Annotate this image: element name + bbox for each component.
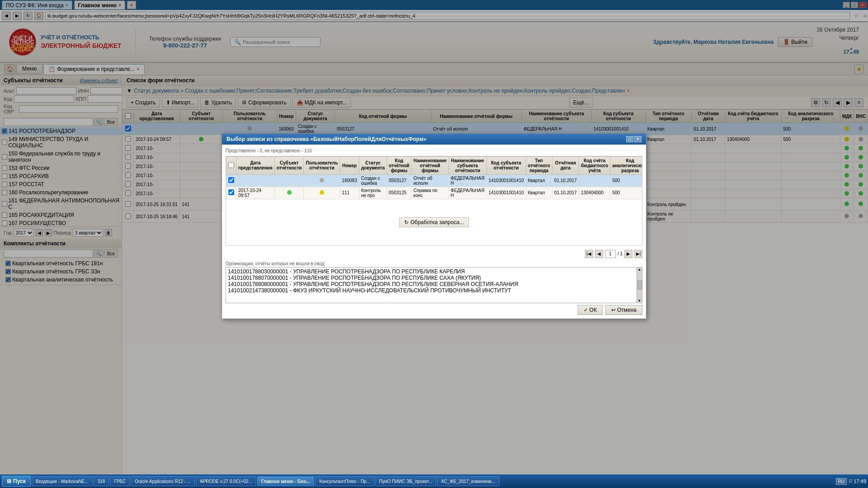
modal-next-page-btn[interactable]: ▶ <box>624 250 632 258</box>
modal-table-row[interactable]: 160083 Создан с ошибка 0503127 Отчёт об … <box>226 174 643 187</box>
scroll-thumb[interactable] <box>637 281 642 290</box>
modal-select-all[interactable] <box>228 162 234 168</box>
modal-subject-dot <box>287 190 292 195</box>
modal-page-input[interactable] <box>605 250 616 258</box>
modal-col-form-code: Код отчётной формы <box>387 156 411 174</box>
modal-col-account: Код счёта бюджетного учёта <box>579 156 610 174</box>
modal-col-date: Дата представления <box>236 156 275 174</box>
modal-col-user: Пользователь отчётности <box>304 156 340 174</box>
taskbar-item-5[interactable]: Главное меню - Goo... <box>257 476 314 486</box>
modal-last-page-btn[interactable]: ▶| <box>634 250 642 258</box>
modal-col-subject: Субъект отчётности <box>274 156 304 174</box>
language-button[interactable]: RU <box>836 478 847 485</box>
processing-icon: ↻ <box>404 219 409 225</box>
modal-prev-page-btn[interactable]: ◀ <box>595 250 603 258</box>
ok-icon: ✓ <box>584 307 588 313</box>
taskbar-clock: 17:49 <box>854 479 866 484</box>
org-list-item: 14101002147380000001 - ФКУЗ ИРКУТСКИЙ НА… <box>228 287 640 294</box>
modal-close-btn[interactable]: × <box>634 136 642 142</box>
cancel-icon: ↩ <box>611 307 616 313</box>
taskbar-item-6[interactable]: КонсультантПлюс - Пр... <box>315 476 374 486</box>
modal-title: Выбор записи из справочника «БазовыйНабо… <box>226 136 426 142</box>
taskbar-item-4[interactable]: APRODE v.27.0.0С(+02... <box>196 476 256 486</box>
modal-row-checkbox[interactable] <box>228 177 234 183</box>
org-scrollbar[interactable]: ▲ ▼ <box>637 267 642 303</box>
scroll-up-btn[interactable]: ▲ <box>638 267 642 272</box>
taskbar-item-2[interactable]: ГРБС <box>110 476 130 486</box>
modal-overlay: Выбор записи из справочника «БазовыйНабо… <box>0 0 868 488</box>
modal-table-row[interactable]: 2017-10-24 09:57 111 Контроль не про 050… <box>226 187 643 199</box>
modal-user-dot <box>320 178 324 183</box>
modal-col-form-name: Наименование отчётной формы <box>411 156 448 174</box>
processing-button[interactable]: ↻ Обработка запроса... <box>399 217 469 227</box>
org-list-item: 14101001788030000001 - УПРАВЛЕНИЕ РОСПОТ… <box>228 268 640 275</box>
modal-user-dot <box>320 190 324 195</box>
modal-page-of-label: / 1 <box>618 251 623 256</box>
modal-col-subject-code: Код субъекта отчётности <box>486 156 526 174</box>
org-list-label: Организации, отчёты которых не вошли в с… <box>226 261 642 266</box>
taskbar-item-7[interactable]: ПуиО ПИИС ЭБ_проект... <box>375 476 437 486</box>
org-list-item: 14101001788080000001 - УПРАВЛЕНИЕ РОСПОТ… <box>228 281 640 287</box>
modal-maximize-btn[interactable]: □ <box>626 136 633 142</box>
modal-presented-label: Представлено - 0, не представлено - 116 <box>226 148 642 153</box>
modal-row-checkbox[interactable] <box>228 189 234 195</box>
taskbar-item-0[interactable]: Входящие - MarkovaNE... <box>32 476 93 486</box>
keyboard-icon: Я <box>849 479 852 484</box>
taskbar-item-3[interactable]: Oracle Applications R12 - ... <box>131 476 195 486</box>
modal-col-report-date: Отчётная дата <box>552 156 579 174</box>
modal-col-checkbox <box>226 156 236 174</box>
taskbar-item-8[interactable]: КС_ФБ_2017_изменени... <box>437 476 499 486</box>
ok-button[interactable]: ✓ ОК <box>578 305 603 315</box>
modal-dialog: Выбор записи из справочника «БазовыйНабо… <box>222 133 646 319</box>
modal-first-page-btn[interactable]: |◀ <box>585 250 593 258</box>
modal-col-subject-name: Наименование субъекта отчётности <box>448 156 486 174</box>
start-button[interactable]: ⊞ Пуск <box>2 476 31 487</box>
start-icon: ⊞ <box>7 478 11 484</box>
modal-col-analytics: Код аналитического разреза <box>610 156 642 174</box>
modal-col-number: Номер <box>340 156 359 174</box>
modal-col-status: Статус документа <box>359 156 387 174</box>
taskbar-item-1[interactable]: 318 <box>94 476 109 486</box>
modal-table: Дата представления Субъект отчётности По… <box>226 156 642 199</box>
cancel-button[interactable]: ↩ Отмена <box>605 305 642 315</box>
org-list-box: 14101001788030000001 - УПРАВЛЕНИЕ РОСПОТ… <box>226 267 642 303</box>
modal-col-period-type: Тип отчётного периода <box>526 156 552 174</box>
scroll-down-btn[interactable]: ▼ <box>638 299 642 303</box>
org-list-item: 14101001788070000001 - УПРАВЛЕНИЕ РОСПОТ… <box>228 275 640 281</box>
